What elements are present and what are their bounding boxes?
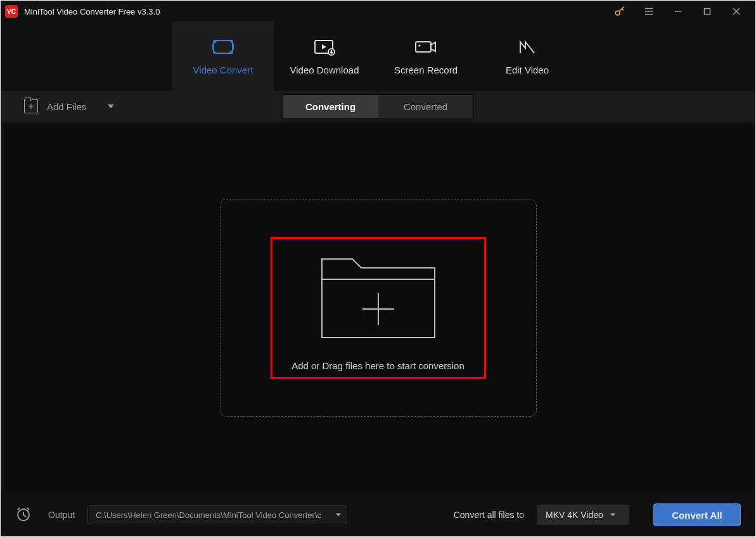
convert-all-button[interactable]: Convert All <box>653 503 741 526</box>
svg-marker-10 <box>322 44 326 49</box>
tab-video-download[interactable]: Video Download <box>274 22 375 91</box>
svg-point-13 <box>418 44 420 46</box>
tab-video-convert[interactable]: Video Convert <box>172 22 274 91</box>
key-icon[interactable] <box>605 1 634 22</box>
drop-zone[interactable]: Add or Drag files here to start conversi… <box>220 199 537 417</box>
add-files-button[interactable]: Add Files <box>11 97 121 116</box>
app-title: MiniTool Video Converter Free v3.3.0 <box>24 7 160 16</box>
maximize-button[interactable] <box>693 1 722 22</box>
svg-marker-20 <box>610 514 615 517</box>
bottombar: Output C:\Users\Helen Green\Documents\Mi… <box>1 494 755 536</box>
minimize-button[interactable] <box>663 1 693 22</box>
titlebar: VC MiniTool Video Converter Free v3.3.0 <box>1 1 755 22</box>
convert-all-label: Convert all files to <box>454 510 524 520</box>
close-button[interactable] <box>722 1 751 22</box>
edit-video-icon <box>518 38 537 56</box>
content-area: Add or Drag files here to start conversi… <box>4 124 752 491</box>
output-path-select[interactable]: C:\Users\Helen Green\Documents\MiniTool … <box>87 505 347 524</box>
screen-record-icon <box>414 38 437 56</box>
drop-zone-highlight[interactable]: Add or Drag files here to start conversi… <box>271 237 486 379</box>
chevron-down-icon[interactable] <box>107 101 115 112</box>
chevron-down-icon <box>610 510 616 520</box>
subtab-label: Converting <box>305 101 356 112</box>
history-icon[interactable] <box>15 506 32 524</box>
subtab-label: Converted <box>404 101 447 112</box>
video-download-icon <box>314 38 335 56</box>
app-logo-icon: VC <box>5 5 18 18</box>
chevron-down-icon <box>335 510 342 520</box>
main-tabs: Video Convert Video Download <box>1 22 755 91</box>
output-format-select[interactable]: MKV 4K Video <box>537 505 629 525</box>
svg-rect-5 <box>705 9 710 15</box>
svg-rect-8 <box>214 41 233 53</box>
tab-label: Video Convert <box>193 65 253 75</box>
tab-label: Screen Record <box>394 65 458 75</box>
tab-edit-video[interactable]: Edit Video <box>477 22 578 91</box>
add-files-label: Add Files <box>47 101 87 112</box>
app-window: VC MiniTool Video Converter Free v3.3.0 <box>1 1 755 536</box>
video-convert-icon <box>212 38 234 56</box>
drop-zone-text: Add or Drag files here to start conversi… <box>292 360 464 371</box>
convert-all-button-label: Convert All <box>672 510 722 521</box>
output-format-value: MKV 4K Video <box>546 510 603 520</box>
svg-marker-14 <box>108 104 114 108</box>
svg-rect-12 <box>416 42 431 52</box>
svg-marker-19 <box>336 513 341 516</box>
output-label: Output <box>48 510 75 520</box>
tab-label: Edit Video <box>506 65 549 75</box>
subtab-converting[interactable]: Converting <box>283 95 378 118</box>
tab-screen-record[interactable]: Screen Record <box>375 22 477 91</box>
output-path-text: C:\Users\Helen Green\Documents\MiniTool … <box>96 510 330 520</box>
menu-icon[interactable] <box>634 1 663 22</box>
subtab-converted[interactable]: Converted <box>378 95 473 118</box>
folder-add-icon <box>318 245 439 343</box>
subtab-group: Converting Converted <box>283 94 474 118</box>
toolbar: Add Files Converting Converted <box>1 91 755 122</box>
tab-label: Video Download <box>290 65 359 75</box>
window-controls <box>605 1 751 22</box>
add-files-icon <box>24 99 38 113</box>
